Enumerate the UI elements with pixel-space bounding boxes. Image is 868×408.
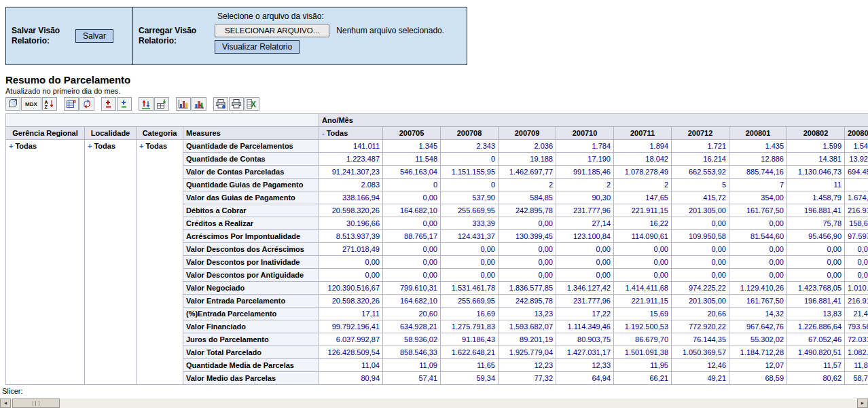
value-cell: 80.903,75 [556, 333, 614, 346]
measure-label: Quantidade de Contas [183, 153, 319, 166]
value-cell: 0,00 [672, 269, 729, 282]
value-cell: 20.598.320,26 [319, 204, 383, 217]
select-file-button[interactable]: SELECIONAR ARQUIVO... [215, 24, 329, 37]
value-cell: 77,32 [499, 372, 556, 385]
value-cell: 0 [441, 179, 499, 191]
expand-icon[interactable]: + [9, 142, 13, 150]
value-cell: 21,47 [845, 308, 868, 320]
view-report-button[interactable]: Visualizar Relatorio [215, 40, 300, 54]
excel-export-icon[interactable]: X [245, 97, 259, 111]
value-cell: 7 [729, 179, 787, 191]
pivot-table-container: Ano/MêsGerência RegionalLocalidadeCatego… [5, 113, 868, 386]
column-header-label: 200803 [848, 129, 868, 137]
value-cell: 231.777,96 [556, 295, 614, 308]
value-cell: 216.914,89 [845, 204, 868, 217]
value-cell: 14,32 [729, 308, 787, 320]
measure-label: Quantidade de Parcelamentos [183, 140, 319, 153]
value-cell: 1.544 [845, 140, 868, 153]
value-cell: 0,00 [556, 269, 614, 282]
slicer-label: Slicer: [2, 387, 23, 395]
value-cell: 1.531.461,78 [441, 282, 499, 295]
value-cell: 91.241.307,23 [319, 166, 383, 179]
value-cell: 88.765,17 [383, 230, 441, 243]
value-cell: 161.767,50 [729, 204, 787, 217]
value-cell: 0,00 [845, 269, 868, 282]
value-cell: 0,00 [441, 269, 499, 282]
dimension-header: Localidade [85, 127, 137, 140]
value-cell: 18.042 [614, 153, 672, 166]
value-cell: 0,00 [441, 256, 499, 269]
chart-config-icon[interactable] [192, 97, 206, 111]
dimension-member: +Todas [137, 140, 183, 385]
value-cell: 15,69 [614, 308, 672, 320]
svg-text:0: 0 [73, 99, 76, 104]
chart-icon[interactable] [176, 97, 191, 111]
value-cell: 13,23 [499, 308, 556, 320]
value-cell: 1.050.369,57 [672, 346, 729, 359]
value-cell: 95.456,90 [787, 230, 845, 243]
drill-replace-icon[interactable] [139, 97, 153, 111]
value-cell: 255.669,95 [441, 295, 499, 308]
scrollbar-thumb[interactable] [12, 398, 60, 408]
value-cell: 1.346.127,42 [556, 282, 614, 295]
value-cell: 793.567,44 [845, 320, 868, 333]
value-cell: 11.548 [383, 153, 441, 166]
print-config-icon[interactable] [213, 97, 228, 111]
column-header-label: 200708 [457, 129, 482, 137]
value-cell: 1.427.031,17 [556, 346, 614, 359]
value-cell: 1.674,60 [845, 191, 868, 204]
sort-icon[interactable]: AZ [42, 97, 57, 111]
value-cell: 1.192.500,53 [614, 320, 672, 333]
drill-through-icon[interactable] [154, 97, 169, 111]
value-cell: 0,00 [845, 243, 868, 256]
value-cell: 1.435 [729, 140, 787, 153]
value-cell: 89.201,19 [499, 333, 556, 346]
scroll-right-arrow-icon[interactable]: ► [857, 398, 868, 408]
value-cell: 1.223.487 [319, 153, 383, 166]
save-button[interactable]: Salvar [75, 29, 113, 43]
scrollbar-track[interactable] [11, 398, 857, 408]
value-cell: 1.721 [672, 140, 729, 153]
value-cell: 1.784 [556, 140, 614, 153]
swap-axes-icon[interactable] [79, 97, 94, 111]
value-cell: 64,94 [556, 372, 614, 385]
value-cell: 991.185,46 [556, 166, 614, 179]
expand-icon[interactable]: + [139, 142, 143, 150]
hide-spans-icon[interactable]: 0 [64, 97, 79, 111]
column-header[interactable]: -Todas [319, 127, 383, 140]
value-cell: 0,00 [499, 243, 556, 256]
page-subtitle: Atualizado no primeiro dia do mes. [5, 87, 120, 95]
mdx-editor-icon[interactable]: MDX [21, 97, 41, 111]
measure-label: Valor Total Parcelado [183, 346, 319, 359]
value-cell: 0,00 [787, 269, 845, 282]
value-cell: 0,00 [383, 191, 441, 204]
drill-position-icon[interactable] [117, 97, 132, 111]
expand-icon[interactable]: + [88, 142, 92, 150]
drill-member-icon[interactable] [101, 97, 116, 111]
print-icon[interactable] [229, 97, 244, 111]
value-cell: 20,66 [672, 308, 729, 320]
value-cell: 255.669,95 [441, 204, 499, 217]
horizontal-scrollbar[interactable]: ◄ ► [0, 398, 868, 408]
column-header: 200709 [499, 127, 556, 140]
column-header-label: 200711 [630, 129, 655, 137]
column-header: 200803 [845, 127, 868, 140]
column-header: 200711 [614, 127, 672, 140]
value-cell: 27,14 [556, 217, 614, 230]
value-cell: 0,00 [729, 256, 787, 269]
value-cell: 333,39 [441, 217, 499, 230]
scroll-left-arrow-icon[interactable]: ◄ [0, 398, 11, 408]
olap-navigator-icon[interactable] [5, 97, 20, 111]
value-cell: 0,00 [441, 243, 499, 256]
value-cell: 12.886 [729, 153, 787, 166]
collapse-icon[interactable]: - [322, 129, 325, 137]
page-title: Resumo do Parcelamento [5, 74, 130, 86]
column-header: 200705 [383, 127, 441, 140]
value-cell: 97.597,41 [845, 230, 868, 243]
value-cell: 12,33 [556, 359, 614, 372]
value-cell: 11,04 [319, 359, 383, 372]
measure-label: Valor de Contas Parceladas [183, 166, 319, 179]
value-cell: 11,65 [441, 359, 499, 372]
column-header-label: 200710 [573, 129, 598, 137]
file-prompt-label: Selecione o arquivo da visão: [217, 12, 463, 21]
